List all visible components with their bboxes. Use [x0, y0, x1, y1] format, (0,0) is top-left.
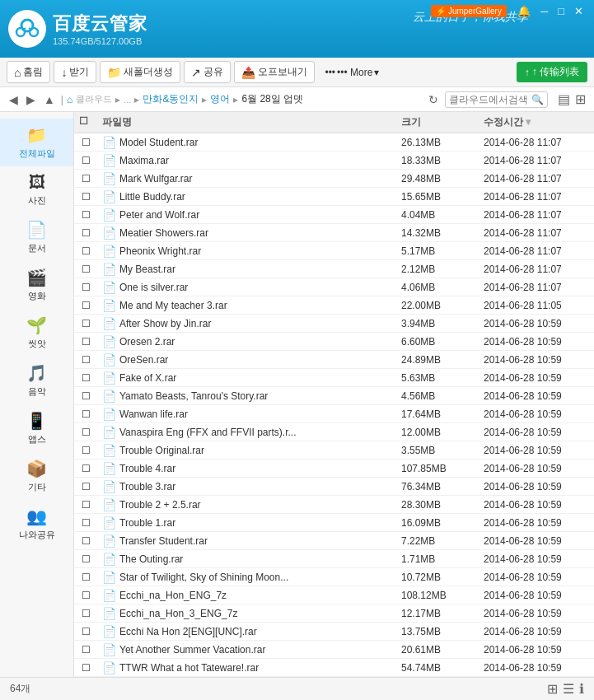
- table-row[interactable]: ☐ 📄 The Outing.rar 1.71MB 2014-06-28 10:…: [74, 550, 594, 568]
- table-row[interactable]: ☐ 📄 Transfer Student.rar 7.22MB 2014-06-…: [74, 532, 594, 550]
- table-row[interactable]: ☐ 📄 Little Buddy.rar 15.65MB 2014-06-28 …: [74, 188, 594, 206]
- file-checkbox[interactable]: ☐: [74, 173, 97, 184]
- grid-status-btn[interactable]: ⊞: [547, 681, 558, 697]
- forward-button[interactable]: ▶: [24, 93, 38, 106]
- table-row[interactable]: ☐ 📄 After Show by Jin.rar 3.94MB 2014-06…: [74, 315, 594, 333]
- header-name[interactable]: 파일명: [97, 115, 396, 129]
- maximize-btn[interactable]: □: [554, 3, 568, 19]
- file-checkbox[interactable]: ☐: [74, 372, 97, 384]
- table-row[interactable]: ☐ 📄 Trouble 4.rar 107.85MB 2014-06-28 10…: [74, 460, 594, 478]
- info-status-btn[interactable]: ℹ: [579, 681, 584, 697]
- table-row[interactable]: ☐ 📄 Ecchi_na_Hon_3_ENG_7z 12.17MB 2014-0…: [74, 604, 594, 623]
- back-button[interactable]: ◀: [7, 93, 21, 106]
- file-checkbox[interactable]: ☐: [74, 209, 97, 221]
- path1[interactable]: 만화&동인지: [143, 92, 199, 106]
- home-button[interactable]: ⌂ 홈림: [7, 61, 50, 83]
- list-view-btn[interactable]: ▤: [556, 91, 572, 107]
- table-row[interactable]: ☐ 📄 Wanwan life.rar 17.64MB 2014-06-28 1…: [74, 405, 594, 423]
- jumper-badge[interactable]: ⚡ JumperGallery: [431, 5, 507, 17]
- sidebar-item-all-files[interactable]: 📁 전체파일: [0, 119, 73, 166]
- file-checkbox[interactable]: ☐: [74, 517, 97, 529]
- table-row[interactable]: ☐ 📄 Fake of X.rar 5.63MB 2014-06-28 10:5…: [74, 369, 594, 387]
- table-row[interactable]: ☐ 📄 Trouble 3.rar 76.34MB 2014-06-28 10:…: [74, 478, 594, 496]
- minimize-btn[interactable]: ─: [536, 3, 552, 19]
- file-checkbox[interactable]: ☐: [74, 245, 97, 257]
- table-row[interactable]: ☐ 📄 OreSen.rar 24.89MB 2014-06-28 10:59: [74, 351, 594, 369]
- sidebar-item-shared[interactable]: 👥 나와공유: [0, 500, 73, 548]
- table-row[interactable]: ☐ 📄 Ecchi Na Hon 2[ENG][UNC].rar 13.75MB…: [74, 623, 594, 641]
- table-row[interactable]: ☐ 📄 One is silver.rar 4.06MB 2014-06-28 …: [74, 278, 594, 296]
- cloud-label[interactable]: 클라우드: [76, 93, 112, 105]
- file-checkbox[interactable]: ☐: [74, 137, 97, 148]
- sidebar-item-photos[interactable]: 🖼 사진: [0, 166, 73, 213]
- sidebar-item-movies[interactable]: 🎬 영화: [0, 261, 73, 309]
- file-checkbox[interactable]: ☐: [74, 626, 97, 637]
- download-button[interactable]: ↓ 받기: [54, 61, 96, 83]
- sidebar-item-apps[interactable]: 📱 앱스: [0, 404, 73, 452]
- path2[interactable]: 영어: [210, 92, 230, 106]
- list-status-btn[interactable]: ☰: [563, 681, 574, 697]
- file-checkbox[interactable]: ☐: [74, 535, 97, 547]
- file-checkbox[interactable]: ☐: [74, 354, 97, 366]
- search-icon[interactable]: 🔍: [531, 94, 544, 105]
- file-checkbox[interactable]: ☐: [74, 336, 97, 348]
- table-row[interactable]: ☐ 📄 Trouble 1.rar 16.09MB 2014-06-28 10:…: [74, 514, 594, 532]
- table-row[interactable]: ☐ 📄 Ecchi_na_Hon_ENG_7z 108.12MB 2014-06…: [74, 586, 594, 604]
- header-size[interactable]: 크기: [396, 115, 479, 129]
- file-checkbox[interactable]: ☐: [74, 553, 97, 565]
- close-btn[interactable]: ✕: [570, 3, 587, 19]
- sidebar-item-others[interactable]: 📦 기타: [0, 452, 73, 500]
- table-row[interactable]: ☐ 📄 Model Student.rar 26.13MB 2014-06-28…: [74, 133, 594, 152]
- file-checkbox[interactable]: ☐: [74, 318, 97, 329]
- table-row[interactable]: ☐ 📄 Me and My teacher 3.rar 22.00MB 2014…: [74, 296, 594, 315]
- file-checkbox[interactable]: ☐: [74, 282, 97, 293]
- up-button[interactable]: ▲: [41, 93, 58, 106]
- file-checkbox[interactable]: ☐: [74, 572, 97, 583]
- file-checkbox[interactable]: ☐: [74, 481, 97, 492]
- table-row[interactable]: ☐ 📄 Yamato Beasts, Tanrou's Story.rar 4.…: [74, 387, 594, 405]
- file-checkbox[interactable]: ☐: [74, 463, 97, 474]
- table-row[interactable]: ☐ 📄 Pheonix Wright.rar 5.17MB 2014-06-28…: [74, 242, 594, 260]
- file-checkbox[interactable]: ☐: [74, 608, 97, 619]
- offload-button[interactable]: 📤 오프보내기: [234, 61, 315, 83]
- file-checkbox[interactable]: ☐: [74, 390, 97, 402]
- table-row[interactable]: ☐ 📄 Trouble 2 + 2.5.rar 28.30MB 2014-06-…: [74, 496, 594, 514]
- table-row[interactable]: ☐ 📄 Vanaspira Eng (FFX and FFVII parts).…: [74, 423, 594, 441]
- file-checkbox[interactable]: ☐: [74, 445, 97, 456]
- file-checkbox[interactable]: ☐: [74, 427, 97, 438]
- table-row[interactable]: ☐ 📄 Peter and Wolf.rar 4.04MB 2014-06-28…: [74, 206, 594, 224]
- sidebar-item-bt[interactable]: 🌱 씻앗: [0, 309, 73, 357]
- file-checkbox[interactable]: ☐: [74, 155, 97, 166]
- more-button[interactable]: ••• ••• More ▾: [318, 63, 386, 82]
- refresh-button[interactable]: ↻: [425, 93, 442, 106]
- file-checkbox[interactable]: ☐: [74, 408, 97, 420]
- table-row[interactable]: ☐ 📄 Star of Twilight, Sky of Shining Moo…: [74, 568, 594, 586]
- table-row[interactable]: ☐ 📄 Oresen 2.rar 6.60MB 2014-06-28 10:59: [74, 333, 594, 351]
- upload-button[interactable]: ↑ ↑ 传输列表: [517, 62, 587, 82]
- table-row[interactable]: ☐ 📄 Yet Another Summer Vacation.rar 20.6…: [74, 641, 594, 659]
- table-row[interactable]: ☐ 📄 Maxima.rar 18.33MB 2014-06-28 11:07: [74, 152, 594, 170]
- file-checkbox[interactable]: ☐: [74, 264, 97, 275]
- share-button[interactable]: ↗ 공유: [184, 61, 231, 83]
- file-checkbox[interactable]: ☐: [74, 662, 97, 674]
- grid-view-btn[interactable]: ⊞: [573, 91, 587, 107]
- table-row[interactable]: ☐ 📄 My Beast.rar 2.12MB 2014-06-28 11:07: [74, 260, 594, 278]
- search-input[interactable]: [449, 94, 531, 105]
- sidebar-item-music[interactable]: 🎵 음악: [0, 357, 73, 404]
- table-row[interactable]: ☐ 📄 TTWR What a hot Tateware!.rar 54.74M…: [74, 659, 594, 677]
- table-row[interactable]: ☐ 📄 Mark Wulfgar.rar 29.48MB 2014-06-28 …: [74, 170, 594, 188]
- header-time[interactable]: 수정시간 ▾: [479, 115, 594, 129]
- file-checkbox[interactable]: ☐: [74, 300, 97, 311]
- file-name: Vanaspira Eng (FFX and FFVII parts).r...: [119, 427, 297, 438]
- table-row[interactable]: ☐ 📄 Trouble Original.rar 3.55MB 2014-06-…: [74, 441, 594, 460]
- notify-btn[interactable]: 🔔: [513, 3, 535, 19]
- sidebar-item-docs[interactable]: 📄 문서: [0, 213, 73, 261]
- new-folder-button[interactable]: 📁 새폴더생성: [100, 61, 180, 83]
- file-checkbox[interactable]: ☐: [74, 227, 97, 239]
- cloud-home[interactable]: ⌂: [67, 94, 72, 105]
- file-checkbox[interactable]: ☐: [74, 644, 97, 656]
- file-checkbox[interactable]: ☐: [74, 590, 97, 601]
- file-checkbox[interactable]: ☐: [74, 191, 97, 203]
- file-checkbox[interactable]: ☐: [74, 499, 97, 511]
- table-row[interactable]: ☐ 📄 Meatier Showers.rar 14.32MB 2014-06-…: [74, 224, 594, 242]
